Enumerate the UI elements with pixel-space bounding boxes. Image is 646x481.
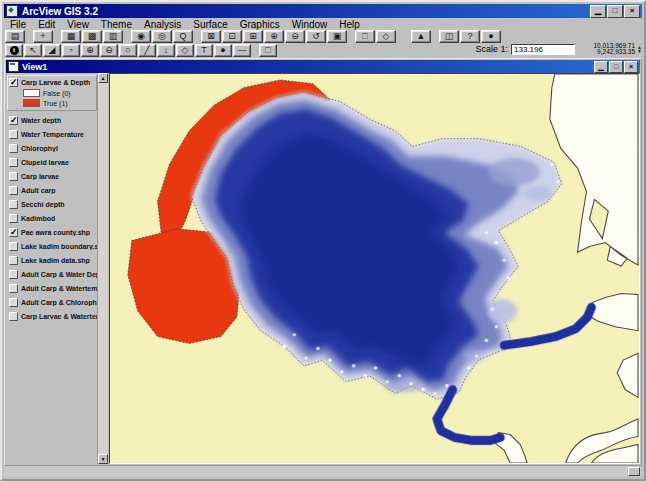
theme-checkbox[interactable] (9, 130, 18, 139)
help-pointer-button[interactable]: ? (460, 30, 480, 43)
toc-scrollbar[interactable]: ▲ ▼ (97, 73, 108, 464)
theme-checkbox[interactable] (9, 284, 18, 293)
query-builder-button[interactable]: Q (173, 30, 193, 43)
theme-checkbox[interactable] (9, 144, 18, 153)
theme-properties-button[interactable]: ▦ (61, 30, 81, 43)
zoom-active-theme-button[interactable]: ⊡ (222, 30, 242, 43)
view-close-button[interactable]: × (624, 61, 638, 73)
theme-checkbox[interactable] (9, 200, 18, 209)
view-minimize-button[interactable]: ▁ (594, 61, 608, 73)
zoom-in-tool-button[interactable]: ⊕ (81, 44, 99, 57)
clear-selection-button[interactable]: □ (355, 30, 375, 43)
pointer-button[interactable]: ↖ (24, 44, 42, 57)
open-theme-table-button[interactable]: ▥ (103, 30, 123, 43)
add-theme-button[interactable]: + (33, 30, 53, 43)
select-graphics-button[interactable]: □ (259, 44, 277, 57)
theme-label: Adult Carp & Chlorophyl (21, 299, 97, 306)
close-button[interactable]: × (624, 5, 640, 18)
menu-edit[interactable]: Edit (32, 19, 61, 30)
menu-window[interactable]: Window (286, 19, 334, 30)
draw-button[interactable]: ● (214, 44, 232, 57)
status-strip (4, 466, 642, 477)
save-project-button[interactable]: ▤ (5, 30, 25, 43)
theme-checkbox[interactable]: ✓ (9, 116, 18, 125)
vertex-edit-button[interactable]: ◢ (43, 44, 61, 57)
legend-label: False (0) (43, 90, 71, 97)
scroll-up-button[interactable]: ▲ (98, 73, 108, 83)
theme-label: Adult Carp & Watertemperat (21, 285, 97, 292)
toc-theme-row: Clupeid larvae (9, 157, 97, 168)
map-svg (110, 74, 639, 463)
app-titlebar[interactable]: ArcView GIS 3.2 ▁ □ × (4, 4, 642, 18)
identify-button[interactable]: i (5, 44, 23, 57)
view-titlebar[interactable]: View1 ▁ □ × (6, 60, 640, 73)
minimize-button[interactable]: ▁ (590, 5, 606, 18)
text-button[interactable]: T (195, 44, 213, 57)
theme-checkbox[interactable] (9, 242, 18, 251)
chart-icon: ▲ (417, 32, 426, 41)
find-button[interactable]: ◉ (131, 30, 151, 43)
toc-theme-row: Adult carp (9, 185, 97, 196)
select-graphics-icon: □ (265, 46, 270, 55)
scale-input[interactable] (511, 44, 575, 55)
view-restore-button[interactable]: □ (609, 61, 623, 73)
maximize-button[interactable]: □ (607, 5, 623, 18)
theme-checkbox[interactable] (9, 186, 18, 195)
menu-help[interactable]: Help (333, 19, 366, 30)
theme-label: Chlorophyl (21, 145, 58, 152)
label-button[interactable]: ◇ (176, 44, 194, 57)
select-feature-button[interactable]: ▫ (62, 44, 80, 57)
menu-analysis[interactable]: Analysis (138, 19, 187, 30)
hot-link-button[interactable]: ● (481, 30, 501, 43)
scale-label: Scale 1: (476, 44, 509, 54)
toc-theme: Adult Carp & Water Depth (9, 269, 97, 280)
locate-address-button[interactable]: ◎ (152, 30, 172, 43)
menu-view[interactable]: View (61, 19, 95, 30)
hot-link-tool-button[interactable]: ↓ (157, 44, 175, 57)
measure-button[interactable]: ╱ (138, 44, 156, 57)
toc-theme: Carp Larvae & Watertempera (9, 311, 97, 322)
edit-legend-button[interactable]: ▩ (82, 30, 102, 43)
theme-checkbox[interactable] (9, 270, 18, 279)
theme-checkbox[interactable] (9, 172, 18, 181)
zoom-selected-button[interactable]: ⊞ (243, 30, 263, 43)
resize-grip[interactable] (628, 467, 640, 476)
map-canvas[interactable] (109, 73, 640, 464)
menu-graphics[interactable]: Graphics (234, 19, 286, 30)
theme-checkbox[interactable] (9, 298, 18, 307)
theme-label: Clupeid larvae (21, 159, 69, 166)
theme-checkbox[interactable]: ✓ (9, 228, 18, 237)
zoom-in-button[interactable]: ⊕ (264, 30, 284, 43)
pan-button[interactable]: ○ (119, 44, 137, 57)
view-window: View1 ▁ □ × ✓Carp Larvae & DepthFalse (0… (4, 58, 642, 466)
theme-checkbox[interactable] (9, 158, 18, 167)
edit-vertices-button[interactable]: ◇ (376, 30, 396, 43)
select-features-button[interactable]: ▣ (327, 30, 347, 43)
zoom-out-tool-button[interactable]: ⊖ (100, 44, 118, 57)
line-button[interactable]: — (233, 44, 251, 57)
zoom-previous-button[interactable]: ↺ (306, 30, 326, 43)
coordinate-y: 9,242,933.35 (583, 49, 635, 56)
zoom-full-extent-button[interactable]: ⊠ (201, 30, 221, 43)
theme-checkbox[interactable] (9, 214, 18, 223)
menu-surface[interactable]: Surface (187, 19, 233, 30)
toc-theme: ✓Water depth (9, 115, 97, 126)
theme-checkbox[interactable] (9, 312, 18, 321)
chart-button[interactable]: ▲ (411, 30, 431, 43)
layout-button[interactable]: ◫ (439, 30, 459, 43)
theme-checkbox[interactable] (9, 256, 18, 265)
legend-swatch (23, 99, 40, 107)
theme-label: Adult Carp & Water Depth (21, 271, 97, 278)
toc-theme-row: Carp Larvae & Watertempera (9, 311, 97, 322)
arcview-logo-icon (6, 5, 18, 17)
menu-file[interactable]: File (4, 19, 32, 30)
menu-theme[interactable]: Theme (95, 19, 138, 30)
legend-swatch (23, 89, 40, 97)
toc-theme-row: Adult Carp & Water Depth (9, 269, 97, 280)
theme-checkbox[interactable]: ✓ (9, 78, 18, 87)
add-theme-icon: + (40, 32, 45, 41)
identify-icon: i (10, 46, 19, 55)
scroll-down-button[interactable]: ▼ (98, 454, 108, 464)
zoom-out-button[interactable]: ⊖ (285, 30, 305, 43)
zoom-full-extent-icon: ⊠ (207, 32, 215, 41)
